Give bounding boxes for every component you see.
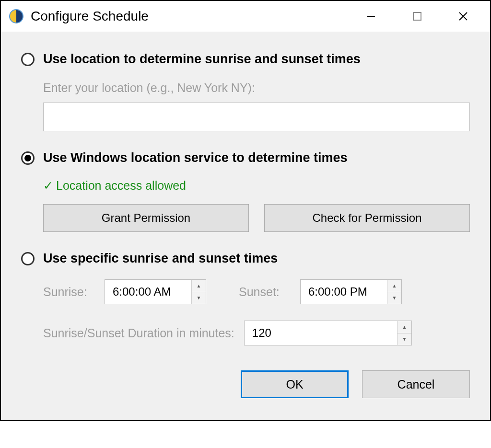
radio-use-location[interactable] [21,53,35,66]
sunset-time-value[interactable]: 6:00:00 PM [301,280,387,304]
minimize-button[interactable] [348,1,394,32]
sunset-label: Sunset: [239,285,292,299]
sunrise-time-value[interactable]: 6:00:00 AM [105,280,191,304]
option-specific-times-body: Sunrise: 6:00:00 AM ▲ ▼ Sunset: 6:00:00 … [21,279,470,345]
duration-value[interactable]: 120 [245,321,397,345]
option-specific-times-label: Use specific sunrise and sunset times [43,251,278,266]
option-windows-location[interactable]: Use Windows location service to determin… [21,150,470,165]
close-button[interactable] [440,1,486,32]
titlebar: Configure Schedule [1,1,490,32]
check-permission-button[interactable]: Check for Permission [264,204,470,232]
location-access-status: ✓Location access allowed [43,179,470,193]
window-title: Configure Schedule [31,9,348,24]
ok-button[interactable]: OK [241,370,349,398]
option-use-location-label: Use location to determine sunrise and su… [43,52,361,67]
maximize-button[interactable] [394,1,440,32]
duration-down-arrow[interactable]: ▼ [397,333,411,345]
option-use-location[interactable]: Use location to determine sunrise and su… [21,52,470,67]
app-icon [9,9,24,24]
sunrise-down-arrow[interactable]: ▼ [192,292,206,304]
radio-specific-times[interactable] [21,252,35,265]
configure-schedule-dialog: Configure Schedule Use location to deter… [0,0,491,421]
sunset-down-arrow[interactable]: ▼ [387,292,401,304]
window-control-buttons [348,1,486,32]
svg-rect-3 [413,12,421,20]
location-field-label: Enter your location (e.g., New York NY): [43,81,470,95]
option-windows-location-label: Use Windows location service to determin… [43,150,347,165]
sunrise-time-spinner[interactable]: 6:00:00 AM ▲ ▼ [105,279,206,304]
location-input[interactable] [43,103,470,131]
cancel-button[interactable]: Cancel [362,370,470,398]
sunset-spinner-arrows: ▲ ▼ [387,280,401,304]
dialog-content: Use location to determine sunrise and su… [1,32,490,420]
dialog-footer: OK Cancel [21,370,470,398]
duration-label: Sunrise/Sunset Duration in minutes: [43,326,234,340]
sunset-up-arrow[interactable]: ▲ [387,280,401,292]
sunrise-label: Sunrise: [43,285,96,299]
checkmark-icon: ✓ [43,179,53,192]
duration-spinner[interactable]: 120 ▲ ▼ [244,321,412,345]
option-windows-location-body: ✓Location access allowed Grant Permissio… [21,179,470,232]
radio-windows-location[interactable] [21,151,35,165]
option-specific-times[interactable]: Use specific sunrise and sunset times [21,251,470,266]
sunset-time-spinner[interactable]: 6:00:00 PM ▲ ▼ [300,279,402,304]
sunrise-spinner-arrows: ▲ ▼ [191,280,206,304]
location-access-status-text: Location access allowed [56,179,186,192]
grant-permission-button[interactable]: Grant Permission [43,204,249,232]
duration-up-arrow[interactable]: ▲ [397,321,411,333]
sunrise-up-arrow[interactable]: ▲ [192,280,206,292]
option-use-location-body: Enter your location (e.g., New York NY): [21,81,470,131]
